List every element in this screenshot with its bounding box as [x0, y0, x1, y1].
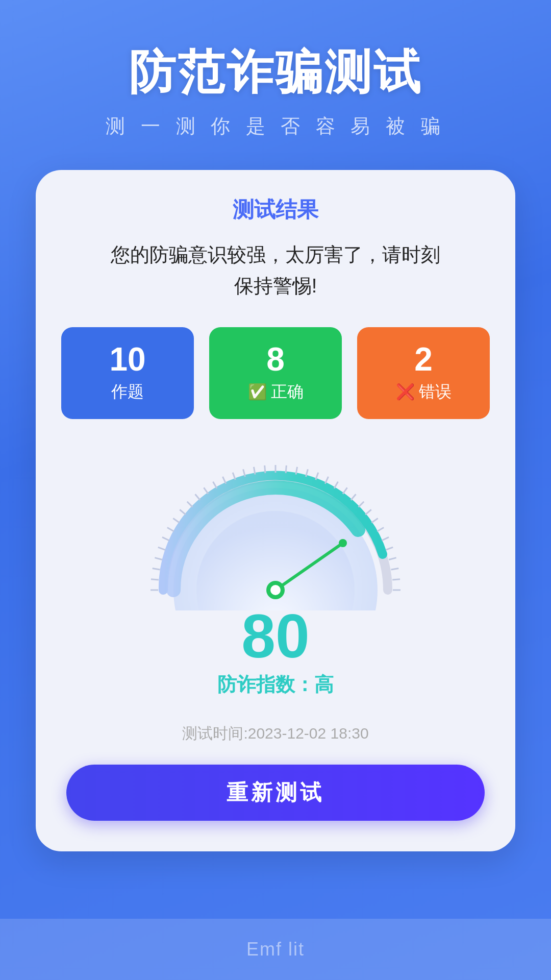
header: 防范诈骗测试 测 一 测 你 是 否 容 易 被 骗 — [0, 0, 551, 160]
bottom-bar: Emf lit — [0, 919, 551, 980]
svg-line-25 — [343, 487, 347, 494]
svg-line-30 — [377, 527, 384, 531]
svg-line-32 — [386, 547, 393, 550]
svg-line-17 — [265, 465, 265, 473]
stat-wrong: 2 ❌ 错误 — [357, 327, 490, 419]
svg-line-31 — [382, 537, 389, 540]
result-card: 测试结果 您的防骗意识较强，太厉害了，请时刻保持警惕! 10 作题 8 ✅ 正确… — [36, 170, 515, 851]
svg-line-8 — [180, 509, 185, 514]
svg-line-12 — [213, 481, 217, 488]
stat-total-number: 10 — [109, 343, 145, 376]
svg-line-33 — [389, 557, 396, 559]
stat-correct-label: ✅ 正确 — [248, 381, 304, 403]
retry-button-label: 重新测试 — [227, 778, 324, 807]
stat-wrong-number: 2 — [414, 343, 433, 376]
svg-line-3 — [155, 557, 162, 559]
svg-line-6 — [167, 527, 174, 531]
svg-line-28 — [365, 509, 371, 514]
card-title: 测试结果 — [233, 195, 318, 224]
test-time: 测试时间:2023-12-02 18:30 — [182, 723, 368, 744]
stat-total: 10 作题 — [61, 327, 194, 419]
svg-line-13 — [222, 477, 226, 484]
gauge-container: 80 防诈指数：高 — [61, 447, 490, 698]
check-icon: ✅ — [248, 383, 267, 401]
stats-row: 10 作题 8 ✅ 正确 2 ❌ 错误 — [61, 327, 490, 419]
svg-line-23 — [325, 477, 328, 484]
svg-line-10 — [195, 494, 201, 500]
gauge-score: 80 — [241, 605, 309, 667]
svg-line-35 — [392, 579, 400, 579]
svg-line-11 — [204, 487, 208, 494]
retry-button[interactable]: 重新测试 — [66, 765, 485, 821]
svg-point-42 — [339, 539, 347, 547]
gauge-svg — [133, 447, 418, 610]
svg-line-1 — [151, 579, 159, 579]
svg-line-29 — [371, 518, 378, 523]
cross-icon: ❌ — [396, 383, 415, 401]
stat-correct-number: 8 — [266, 343, 285, 376]
card-description: 您的防骗意识较强，太厉害了，请时刻保持警惕! — [111, 239, 440, 302]
svg-line-27 — [359, 501, 364, 507]
bottom-text: Emf lit — [246, 939, 305, 960]
stat-wrong-label: ❌ 错误 — [396, 381, 452, 403]
stat-total-label: 作题 — [111, 381, 144, 403]
svg-line-5 — [162, 537, 169, 540]
svg-line-34 — [391, 568, 399, 570]
gauge-label: 防诈指数：高 — [217, 672, 334, 698]
page-title: 防范诈骗测试 — [0, 41, 551, 104]
page-subtitle: 测 一 测 你 是 否 容 易 被 骗 — [0, 113, 551, 139]
svg-point-41 — [270, 585, 281, 595]
svg-line-19 — [286, 465, 286, 473]
svg-line-24 — [334, 481, 338, 488]
stat-correct: 8 ✅ 正确 — [209, 327, 342, 419]
svg-line-26 — [351, 494, 356, 500]
svg-line-7 — [173, 518, 179, 523]
svg-line-9 — [187, 501, 193, 507]
svg-line-4 — [158, 547, 165, 550]
svg-line-2 — [153, 568, 160, 570]
